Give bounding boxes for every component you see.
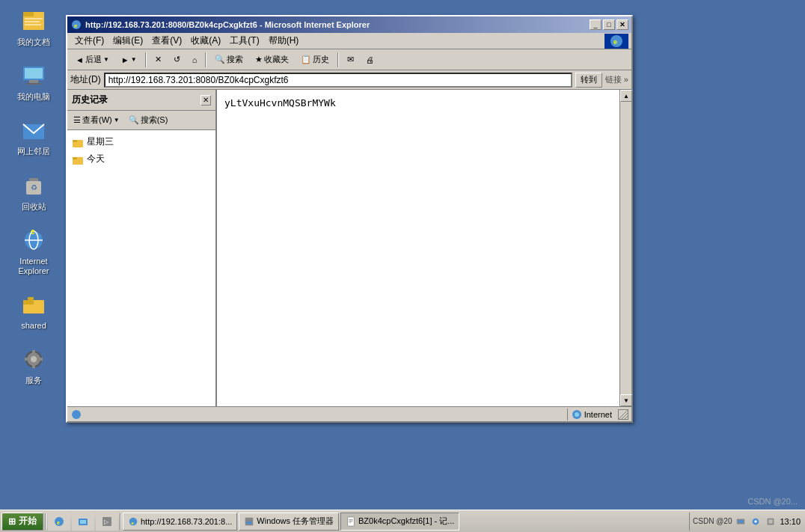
email-label: 网上邻居 (17, 147, 50, 156)
history-group-today[interactable]: 今天 (70, 150, 212, 168)
address-input[interactable] (104, 73, 572, 88)
menu-help[interactable]: 帮助(H) (264, 33, 304, 49)
scrollbar-right[interactable]: ▲ ▼ (619, 90, 631, 406)
desktop-icon-shared[interactable]: shared (7, 291, 60, 331)
close-button[interactable]: ✕ (616, 19, 628, 30)
svg-text:e: e (613, 38, 617, 46)
title-bar-buttons: _ □ ✕ (590, 19, 628, 30)
svg-rect-1 (23, 12, 34, 16)
taskbar-quick-3-icon: ▷ (101, 516, 113, 528)
links-label: 链接 » (605, 74, 628, 85)
history-header: 历史记录 ✕ (67, 90, 215, 111)
address-bar: 地址(D) 转到 链接 » (67, 70, 631, 90)
history-view-button[interactable]: ☰ 查看(W) ▼ (70, 113, 123, 127)
menu-file[interactable]: 文件(F) (70, 33, 108, 49)
status-bar: Internet (67, 406, 631, 421)
title-bar-ie-icon: e (70, 19, 82, 31)
home-button[interactable]: ⌂ (187, 52, 203, 68)
desktop-icon-my-docs[interactable]: 我的文档 (7, 7, 60, 47)
svg-rect-4 (25, 24, 41, 25)
history-close-button[interactable]: ✕ (201, 95, 211, 106)
tray-time: 13:10 (780, 517, 801, 526)
scroll-down-button[interactable]: ▼ (620, 394, 632, 406)
status-resize-grip[interactable] (618, 409, 628, 420)
tray-icon-3[interactable] (765, 516, 777, 528)
shared-icon (20, 291, 47, 318)
windows-logo-icon: ⊞ (8, 516, 16, 527)
tray-icon-2[interactable] (750, 516, 762, 528)
desktop-icon-recycle[interactable]: ♻ 回收站 (7, 172, 60, 212)
forward-dropdown-icon: ▼ (131, 56, 137, 63)
ie-window: e http://192.168.73.201:8080/BZ0k4cpCxgk… (66, 15, 633, 423)
minimize-button[interactable]: _ (590, 19, 602, 30)
svg-point-34 (72, 410, 81, 419)
svg-rect-59 (769, 519, 773, 523)
desktop-icons: 我的文档 我的电脑 网上邻居 (7, 7, 60, 386)
main-content-wrapper: yLtVxuHcvnMQSBrMYWk ▲ ▼ (217, 90, 631, 406)
menu-favorites[interactable]: 收藏(A) (186, 33, 225, 49)
desktop-icon-my-computer[interactable]: 我的电脑 (7, 62, 60, 102)
svg-rect-50 (348, 516, 355, 525)
taskbar-quick-3[interactable]: ▷ (96, 513, 118, 531)
search-button[interactable]: 🔍 搜索 (209, 52, 248, 68)
menu-edit[interactable]: 编辑(E) (108, 33, 147, 49)
forward-button[interactable]: ► ▼ (116, 52, 142, 68)
menu-tools[interactable]: 工具(T) (225, 33, 263, 49)
back-dropdown-icon: ▼ (103, 56, 109, 63)
back-label: 后退 (85, 54, 102, 65)
main-content: yLtVxuHcvnMQSBrMYWk (217, 90, 619, 406)
history-view-icon: ☰ (73, 115, 81, 125)
taskbar-notepad[interactable]: BZ0k4cpCxgkfzt6[1] - 记... (340, 513, 459, 531)
scroll-track[interactable] (620, 102, 631, 394)
taskbar-ie-task-icon: e (128, 516, 138, 527)
content-area: 历史记录 ✕ ☰ 查看(W) ▼ 🔍 搜索(S) (67, 90, 631, 406)
tray-icon-1[interactable] (735, 516, 747, 528)
refresh-icon: ↺ (174, 55, 180, 64)
history-title: 历史记录 (72, 94, 108, 106)
history-button[interactable]: 📋 历史 (296, 52, 334, 68)
history-panel: 历史记录 ✕ ☰ 查看(W) ▼ 🔍 搜索(S) (67, 90, 217, 406)
my-computer-icon (20, 62, 47, 89)
svg-rect-7 (29, 80, 38, 83)
favorites-button[interactable]: ★ 收藏夹 (250, 52, 294, 68)
recycle-label: 回收站 (22, 202, 46, 212)
svg-point-21 (31, 356, 37, 362)
desktop-icon-email[interactable]: 网上邻居 (7, 117, 60, 156)
zone-text: Internet (584, 410, 612, 419)
taskbar-taskmanager[interactable]: Windows 任务管理器 (239, 513, 339, 531)
desktop-icon-ie[interactable]: e Internet Explorer (7, 227, 60, 276)
svg-rect-24 (25, 358, 29, 361)
back-button[interactable]: ◄ 后退 ▼ (70, 52, 114, 68)
status-ie-icon (70, 409, 82, 421)
shared-label: shared (21, 321, 46, 331)
mail-button[interactable]: ✉ (342, 52, 359, 68)
history-wednesday-label: 星期三 (87, 135, 114, 148)
taskbar-ie-task[interactable]: e http://192.168.73.201:8... (123, 513, 237, 531)
svg-line-39 (625, 416, 628, 419)
taskbar-taskmanager-icon (244, 516, 254, 527)
start-button[interactable]: ⊞ 开始 (1, 513, 43, 531)
recycle-icon: ♻ (20, 172, 47, 199)
maximize-button[interactable]: □ (603, 19, 615, 30)
print-button[interactable]: 🖨 (361, 52, 379, 68)
title-bar-left: e http://192.168.73.201:8080/BZ0k4cpCxgk… (70, 19, 370, 31)
refresh-button[interactable]: ↺ (168, 52, 186, 68)
history-group-wednesday[interactable]: 星期三 (70, 133, 212, 150)
taskbar-ie-quick[interactable]: e (48, 513, 70, 531)
menu-view[interactable]: 查看(V) (147, 33, 186, 49)
svg-rect-18 (23, 300, 34, 305)
title-bar: e http://192.168.73.201:8080/BZ0k4cpCxgk… (67, 16, 631, 33)
svg-rect-22 (32, 350, 35, 355)
ie-icon: e (20, 227, 47, 254)
stop-button[interactable]: ✕ (150, 52, 167, 68)
desktop-icon-service[interactable]: 服务 (7, 346, 60, 385)
favorites-label: 收藏夹 (264, 54, 289, 65)
favorites-icon: ★ (255, 55, 263, 64)
scroll-up-button[interactable]: ▲ (620, 90, 632, 102)
history-content: 星期三 今天 (67, 130, 215, 406)
csdn-watermark: CSDN @20... (747, 497, 798, 506)
system-tray: CSDN @20 13:10 (689, 513, 804, 531)
go-button[interactable]: 转到 (575, 73, 602, 88)
history-search-button[interactable]: 🔍 搜索(S) (126, 113, 171, 127)
taskbar-quick-2[interactable] (72, 513, 94, 531)
